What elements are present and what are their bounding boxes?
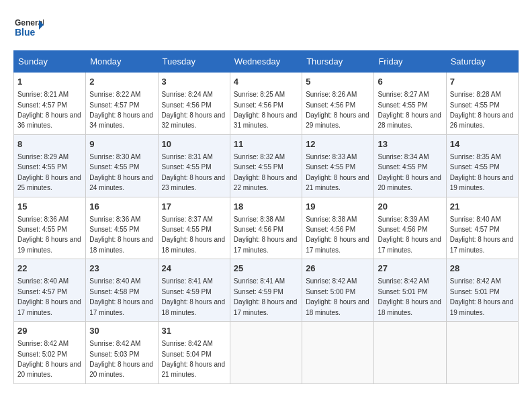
col-header-thursday: Thursday xyxy=(302,51,374,73)
daylight-info: Daylight: 8 hours and 18 minutes. xyxy=(89,236,153,253)
day-number: 13 xyxy=(378,138,442,150)
daylight-info: Daylight: 8 hours and 21 minutes. xyxy=(162,361,226,378)
sunrise-info: Sunrise: 8:31 AM xyxy=(162,153,213,161)
daylight-info: Daylight: 8 hours and 19 minutes. xyxy=(450,298,514,316)
sunrise-info: Sunrise: 8:41 AM xyxy=(234,277,285,285)
sunset-info: Sunset: 4:55 PM xyxy=(162,163,212,171)
week-row-3: 15 Sunrise: 8:36 AM Sunset: 4:55 PM Dayl… xyxy=(14,197,519,259)
sunset-info: Sunset: 4:58 PM xyxy=(89,288,139,295)
daylight-info: Daylight: 8 hours and 28 minutes. xyxy=(378,111,441,129)
calendar-cell: 25 Sunrise: 8:41 AM Sunset: 4:59 PM Dayl… xyxy=(230,259,302,322)
sunrise-info: Sunrise: 8:36 AM xyxy=(17,216,69,223)
daylight-info: Daylight: 8 hours and 20 minutes. xyxy=(378,174,441,191)
day-number: 29 xyxy=(17,325,82,337)
week-row-4: 22 Sunrise: 8:40 AM Sunset: 4:57 PM Dayl… xyxy=(14,259,519,322)
sunrise-info: Sunrise: 8:38 AM xyxy=(306,216,357,223)
calendar-cell: 23 Sunrise: 8:40 AM Sunset: 4:58 PM Dayl… xyxy=(86,259,158,322)
sunset-info: Sunset: 4:56 PM xyxy=(306,226,355,233)
sunrise-info: Sunrise: 8:30 AM xyxy=(89,153,140,161)
sunset-info: Sunset: 4:59 PM xyxy=(162,288,212,295)
sunset-info: Sunset: 4:55 PM xyxy=(17,163,67,171)
day-number: 22 xyxy=(17,263,82,275)
col-header-saturday: Saturday xyxy=(446,51,518,73)
sunrise-info: Sunrise: 8:42 AM xyxy=(89,340,140,347)
col-header-friday: Friday xyxy=(374,51,446,73)
page-header: General Blue xyxy=(13,13,519,44)
day-number: 4 xyxy=(234,76,298,88)
sunrise-info: Sunrise: 8:25 AM xyxy=(234,91,285,98)
day-number: 28 xyxy=(450,263,515,275)
calendar-cell: 17 Sunrise: 8:37 AM Sunset: 4:55 PM Dayl… xyxy=(158,197,230,259)
day-number: 23 xyxy=(89,263,154,275)
sunset-info: Sunset: 4:55 PM xyxy=(162,226,212,233)
calendar-cell: 26 Sunrise: 8:42 AM Sunset: 5:00 PM Dayl… xyxy=(302,259,374,322)
sunset-info: Sunset: 4:55 PM xyxy=(378,101,427,109)
svg-text:Blue: Blue xyxy=(15,27,36,38)
calendar-cell: 5 Sunrise: 8:26 AM Sunset: 4:56 PM Dayli… xyxy=(302,73,374,135)
sunrise-info: Sunrise: 8:36 AM xyxy=(89,216,140,223)
sunrise-info: Sunrise: 8:37 AM xyxy=(162,216,213,223)
sunrise-info: Sunrise: 8:42 AM xyxy=(378,277,429,285)
sunrise-info: Sunrise: 8:41 AM xyxy=(162,277,213,285)
calendar-cell: 1 Sunrise: 8:21 AM Sunset: 4:57 PM Dayli… xyxy=(14,73,86,135)
calendar-cell: 9 Sunrise: 8:30 AM Sunset: 4:55 PM Dayli… xyxy=(86,134,158,197)
daylight-info: Daylight: 8 hours and 31 minutes. xyxy=(234,111,298,129)
col-header-sunday: Sunday xyxy=(14,51,86,73)
calendar-header-row: SundayMondayTuesdayWednesdayThursdayFrid… xyxy=(14,51,519,73)
calendar-cell: 19 Sunrise: 8:38 AM Sunset: 4:56 PM Dayl… xyxy=(302,197,374,259)
daylight-info: Daylight: 8 hours and 19 minutes. xyxy=(17,236,81,253)
day-number: 15 xyxy=(17,201,82,213)
week-row-1: 1 Sunrise: 8:21 AM Sunset: 4:57 PM Dayli… xyxy=(14,73,519,135)
calendar-cell: 24 Sunrise: 8:41 AM Sunset: 4:59 PM Dayl… xyxy=(158,259,230,322)
calendar-cell: 22 Sunrise: 8:40 AM Sunset: 4:57 PM Dayl… xyxy=(14,259,86,322)
day-number: 5 xyxy=(306,76,370,88)
sunrise-info: Sunrise: 8:27 AM xyxy=(378,91,429,98)
daylight-info: Daylight: 8 hours and 36 minutes. xyxy=(17,111,81,129)
sunset-info: Sunset: 4:55 PM xyxy=(306,163,355,171)
daylight-info: Daylight: 8 hours and 17 minutes. xyxy=(378,236,441,253)
calendar-cell: 29 Sunrise: 8:42 AM Sunset: 5:02 PM Dayl… xyxy=(14,322,86,384)
day-number: 20 xyxy=(378,201,442,213)
day-number: 17 xyxy=(162,201,226,213)
day-number: 8 xyxy=(17,138,82,150)
day-number: 14 xyxy=(450,138,515,150)
calendar-cell: 15 Sunrise: 8:36 AM Sunset: 4:55 PM Dayl… xyxy=(14,197,86,259)
day-number: 16 xyxy=(89,201,154,213)
calendar-cell: 28 Sunrise: 8:42 AM Sunset: 5:01 PM Dayl… xyxy=(446,259,518,322)
calendar-cell xyxy=(302,322,374,384)
daylight-info: Daylight: 8 hours and 34 minutes. xyxy=(89,111,153,129)
sunrise-info: Sunrise: 8:38 AM xyxy=(234,216,285,223)
day-number: 18 xyxy=(234,201,298,213)
sunrise-info: Sunrise: 8:42 AM xyxy=(162,340,213,347)
calendar-cell: 31 Sunrise: 8:42 AM Sunset: 5:04 PM Dayl… xyxy=(158,322,230,384)
sunrise-info: Sunrise: 8:40 AM xyxy=(89,277,140,285)
sunset-info: Sunset: 5:01 PM xyxy=(450,288,500,295)
sunrise-info: Sunrise: 8:26 AM xyxy=(306,91,357,98)
calendar-table: SundayMondayTuesdayWednesdayThursdayFrid… xyxy=(13,50,519,384)
sunset-info: Sunset: 5:01 PM xyxy=(378,288,427,295)
daylight-info: Daylight: 8 hours and 18 minutes. xyxy=(162,298,226,316)
calendar-cell: 10 Sunrise: 8:31 AM Sunset: 4:55 PM Dayl… xyxy=(158,134,230,197)
sunrise-info: Sunrise: 8:39 AM xyxy=(378,216,429,223)
calendar-cell: 20 Sunrise: 8:39 AM Sunset: 4:56 PM Dayl… xyxy=(374,197,446,259)
sunrise-info: Sunrise: 8:42 AM xyxy=(450,277,501,285)
calendar-cell: 3 Sunrise: 8:24 AM Sunset: 4:56 PM Dayli… xyxy=(158,73,230,135)
week-row-2: 8 Sunrise: 8:29 AM Sunset: 4:55 PM Dayli… xyxy=(14,134,519,197)
sunset-info: Sunset: 4:59 PM xyxy=(234,288,283,295)
calendar-cell: 8 Sunrise: 8:29 AM Sunset: 4:55 PM Dayli… xyxy=(14,134,86,197)
sunrise-info: Sunrise: 8:42 AM xyxy=(306,277,357,285)
sunset-info: Sunset: 4:55 PM xyxy=(89,226,139,233)
sunset-info: Sunset: 4:55 PM xyxy=(450,101,500,109)
sunrise-info: Sunrise: 8:33 AM xyxy=(306,153,357,161)
daylight-info: Daylight: 8 hours and 21 minutes. xyxy=(306,174,369,191)
calendar-cell xyxy=(446,322,518,384)
daylight-info: Daylight: 8 hours and 22 minutes. xyxy=(234,174,298,191)
calendar-cell: 27 Sunrise: 8:42 AM Sunset: 5:01 PM Dayl… xyxy=(374,259,446,322)
day-number: 27 xyxy=(378,263,442,275)
daylight-info: Daylight: 8 hours and 17 minutes. xyxy=(89,298,153,316)
sunrise-info: Sunrise: 8:42 AM xyxy=(17,340,69,347)
sunset-info: Sunset: 4:57 PM xyxy=(450,226,500,233)
sunset-info: Sunset: 4:55 PM xyxy=(378,163,427,171)
sunrise-info: Sunrise: 8:29 AM xyxy=(17,153,69,161)
daylight-info: Daylight: 8 hours and 17 minutes. xyxy=(450,236,514,253)
